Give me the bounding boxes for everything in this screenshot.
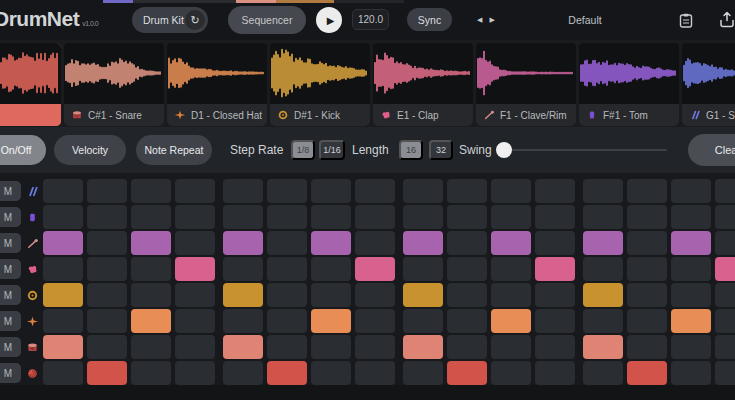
step-cell[interactable] xyxy=(491,179,531,203)
step-cell[interactable] xyxy=(671,335,711,359)
step-cell[interactable] xyxy=(715,205,735,229)
step-cell[interactable] xyxy=(491,283,531,307)
step-cell[interactable] xyxy=(355,309,395,333)
step-cell[interactable] xyxy=(627,257,667,281)
prev-preset-button[interactable]: ◀ xyxy=(477,16,482,24)
step-cell[interactable] xyxy=(175,309,215,333)
step-cell[interactable] xyxy=(715,335,735,359)
play-button[interactable]: ▶ xyxy=(316,7,342,33)
length-32-button[interactable]: 32 xyxy=(429,140,453,160)
step-cell[interactable] xyxy=(671,361,711,385)
pad-2[interactable]: C#1 - Snare xyxy=(64,43,164,126)
step-cell[interactable] xyxy=(311,283,351,307)
step-cell[interactable] xyxy=(583,335,623,359)
clear-button[interactable]: Clear xyxy=(688,134,735,166)
step-cell[interactable] xyxy=(671,205,711,229)
mute-button[interactable]: M xyxy=(0,337,21,357)
step-cell[interactable] xyxy=(403,309,443,333)
step-cell[interactable] xyxy=(627,309,667,333)
next-preset-button[interactable]: ▶ xyxy=(489,16,494,24)
step-cell[interactable] xyxy=(311,205,351,229)
step-cell[interactable] xyxy=(131,309,171,333)
step-cell[interactable] xyxy=(583,231,623,255)
step-cell[interactable] xyxy=(223,309,263,333)
step-cell[interactable] xyxy=(43,205,83,229)
drum-kit-button[interactable]: Drum Kit ↻ xyxy=(132,7,208,33)
step-cell[interactable] xyxy=(627,205,667,229)
step-cell[interactable] xyxy=(131,335,171,359)
pad-5[interactable]: E1 - Clap xyxy=(373,43,473,126)
step-cell[interactable] xyxy=(267,231,307,255)
step-cell[interactable] xyxy=(535,231,575,255)
step-cell[interactable] xyxy=(131,257,171,281)
step-cell[interactable] xyxy=(715,231,735,255)
step-cell[interactable] xyxy=(43,335,83,359)
pad-4[interactable]: D#1 - Kick xyxy=(270,43,370,126)
step-cell[interactable] xyxy=(43,283,83,307)
step-cell[interactable] xyxy=(223,205,263,229)
step-cell[interactable] xyxy=(131,283,171,307)
mute-button[interactable]: M xyxy=(0,233,21,253)
tempo-field[interactable]: 120.0 xyxy=(352,9,389,30)
step-cell[interactable] xyxy=(87,335,127,359)
step-cell[interactable] xyxy=(535,361,575,385)
step-cell[interactable] xyxy=(175,179,215,203)
step-cell[interactable] xyxy=(43,231,83,255)
mute-button[interactable]: M xyxy=(0,363,21,383)
step-cell[interactable] xyxy=(447,231,487,255)
step-cell[interactable] xyxy=(175,257,215,281)
step-cell[interactable] xyxy=(223,361,263,385)
step-cell[interactable] xyxy=(491,257,531,281)
step-cell[interactable] xyxy=(43,179,83,203)
export-share-icon[interactable] xyxy=(719,11,735,32)
step-cell[interactable] xyxy=(403,283,443,307)
step-cell[interactable] xyxy=(311,231,351,255)
step-cell[interactable] xyxy=(491,205,531,229)
step-cell[interactable] xyxy=(223,283,263,307)
mute-button[interactable]: M xyxy=(0,259,21,279)
step-cell[interactable] xyxy=(491,231,531,255)
step-cell[interactable] xyxy=(87,361,127,385)
step-cell[interactable] xyxy=(447,205,487,229)
step-cell[interactable] xyxy=(223,179,263,203)
step-cell[interactable] xyxy=(355,257,395,281)
step-cell[interactable] xyxy=(87,283,127,307)
step-cell[interactable] xyxy=(583,361,623,385)
step-cell[interactable] xyxy=(267,257,307,281)
swing-slider-knob[interactable] xyxy=(496,142,512,158)
step-cell[interactable] xyxy=(355,361,395,385)
mute-button[interactable]: M xyxy=(0,311,21,331)
step-cell[interactable] xyxy=(535,335,575,359)
note-repeat-mode-button[interactable]: Note Repeat xyxy=(136,135,212,165)
step-cell[interactable] xyxy=(627,231,667,255)
step-cell[interactable] xyxy=(223,335,263,359)
step-cell[interactable] xyxy=(583,179,623,203)
step-cell[interactable] xyxy=(671,231,711,255)
step-cell[interactable] xyxy=(447,309,487,333)
step-cell[interactable] xyxy=(311,257,351,281)
step-cell[interactable] xyxy=(403,231,443,255)
step-cell[interactable] xyxy=(403,179,443,203)
step-cell[interactable] xyxy=(311,361,351,385)
step-cell[interactable] xyxy=(87,179,127,203)
step-cell[interactable] xyxy=(355,205,395,229)
step-cell[interactable] xyxy=(267,309,307,333)
step-cell[interactable] xyxy=(403,335,443,359)
step-cell[interactable] xyxy=(223,257,263,281)
step-cell[interactable] xyxy=(87,231,127,255)
onoff-mode-button[interactable]: On/Off xyxy=(0,135,46,165)
step-cell[interactable] xyxy=(627,283,667,307)
step-cell[interactable] xyxy=(87,205,127,229)
step-rate-1-16-button[interactable]: 1/16 xyxy=(319,140,345,160)
step-cell[interactable] xyxy=(535,309,575,333)
mute-button[interactable]: M xyxy=(0,285,21,305)
pad-7[interactable]: F#1 - Tom xyxy=(579,43,679,126)
step-cell[interactable] xyxy=(87,257,127,281)
mute-button[interactable]: M xyxy=(0,207,21,227)
step-cell[interactable] xyxy=(447,257,487,281)
step-cell[interactable] xyxy=(131,231,171,255)
step-cell[interactable] xyxy=(311,335,351,359)
step-cell[interactable] xyxy=(43,361,83,385)
step-cell[interactable] xyxy=(311,309,351,333)
step-cell[interactable] xyxy=(671,283,711,307)
